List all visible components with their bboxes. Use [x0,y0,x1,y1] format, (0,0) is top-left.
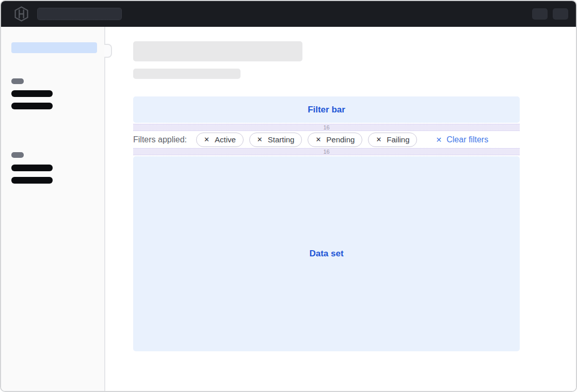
data-set-label: Data set [309,249,343,259]
clear-filters-label: Clear filters [446,135,488,144]
sidebar-item-skeleton[interactable] [11,165,53,171]
sidebar-item-skeleton[interactable] [11,90,53,97]
sidebar-collapse-handle[interactable] [104,44,112,58]
filter-pill-label: Failing [387,135,409,144]
main-content: Filter bar 16 Filters applied: ✕ Active … [105,27,576,391]
remove-filter-icon[interactable]: ✕ [204,136,210,143]
filter-pill-active[interactable]: ✕ Active [196,133,244,147]
applied-filters-row: Filters applied: ✕ Active ✕ Starting ✕ P [133,132,520,147]
app-window: Filter bar 16 Filters applied: ✕ Active … [0,0,577,392]
filters-applied-label: Filters applied: [133,135,187,144]
nav-search-placeholder[interactable] [37,8,122,20]
filter-pill-label: Active [215,135,236,144]
page-title-skeleton [133,41,302,61]
clear-filters-icon: ✕ [436,136,442,143]
filter-pill-list: ✕ Active ✕ Starting ✕ Pending ✕ [196,133,417,147]
top-nav-bar [1,1,576,27]
filter-bar-placeholder: Filter bar [133,96,520,123]
filter-pill-failing[interactable]: ✕ Failing [368,133,417,147]
filter-pill-label: Starting [268,135,295,144]
sidebar-active-item[interactable] [11,42,97,53]
sidebar [1,27,105,391]
hashicorp-logo-icon [14,6,28,22]
sidebar-item-skeleton[interactable] [11,103,53,109]
spacing-indicator: 16 [133,124,520,131]
nav-actions [532,8,568,20]
sidebar-item-skeleton[interactable] [11,177,53,184]
nav-action-placeholder-2[interactable] [553,8,568,20]
page-subtitle-skeleton [133,69,241,79]
data-set-placeholder: Data set [133,156,520,351]
filter-bar-label: Filter bar [308,105,345,115]
filter-pill-pending[interactable]: ✕ Pending [308,133,362,147]
remove-filter-icon[interactable]: ✕ [376,136,381,143]
filter-demo-region: Filter bar 16 Filters applied: ✕ Active … [133,96,520,351]
clear-filters-link[interactable]: ✕ Clear filters [436,135,488,144]
filter-pill-starting[interactable]: ✕ Starting [249,133,302,147]
spacing-value: 16 [323,149,329,155]
spacing-indicator: 16 [133,148,520,155]
app-body: Filter bar 16 Filters applied: ✕ Active … [1,27,576,391]
remove-filter-icon[interactable]: ✕ [315,136,321,143]
sidebar-section-header-skeleton [11,152,24,158]
sidebar-section-header-skeleton [11,78,24,84]
remove-filter-icon[interactable]: ✕ [257,136,263,143]
spacing-value: 16 [323,125,329,130]
nav-action-placeholder-1[interactable] [532,8,548,20]
filter-pill-label: Pending [326,135,355,144]
